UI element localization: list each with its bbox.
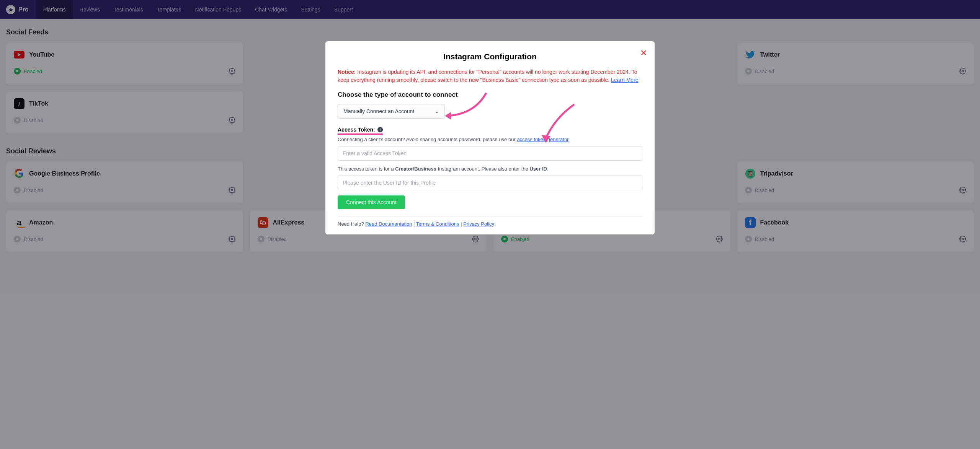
- terms-link[interactable]: Terms & Conditions: [416, 221, 459, 227]
- learn-more-link[interactable]: Learn More: [611, 77, 639, 83]
- modal-overlay[interactable]: ✕ Instagram Configuration Notice: Instag…: [0, 0, 980, 449]
- choose-account-heading: Choose the type of account to connect: [338, 91, 642, 99]
- close-icon[interactable]: ✕: [640, 48, 647, 58]
- user-id-input[interactable]: [338, 176, 642, 190]
- token-helper-text: Connecting a client's account? Avoid sha…: [338, 137, 642, 142]
- privacy-link[interactable]: Privacy Policy: [463, 221, 494, 227]
- token-generator-link[interactable]: access token generator: [517, 137, 568, 142]
- access-token-label: Access Token: i: [338, 127, 383, 135]
- info-icon[interactable]: i: [377, 127, 383, 132]
- userid-note: This access token is for a Creator/Busin…: [338, 166, 642, 172]
- footer-help: Need Help? Read Documentation | Terms & …: [338, 221, 642, 227]
- notice-text: Notice: Instagram is updating its API, a…: [338, 68, 642, 84]
- connect-account-button[interactable]: Connect this Account: [338, 195, 405, 209]
- chevron-down-icon: ⌄: [434, 108, 439, 114]
- modal-title: Instagram Configuration: [338, 52, 642, 61]
- read-docs-link[interactable]: Read Documentation: [365, 221, 412, 227]
- svg-marker-9: [445, 112, 451, 120]
- account-type-select[interactable]: Manually Connect an Account ⌄: [338, 104, 445, 119]
- access-token-input[interactable]: [338, 146, 642, 161]
- select-value: Manually Connect an Account: [343, 108, 414, 114]
- instagram-config-modal: ✕ Instagram Configuration Notice: Instag…: [325, 41, 655, 234]
